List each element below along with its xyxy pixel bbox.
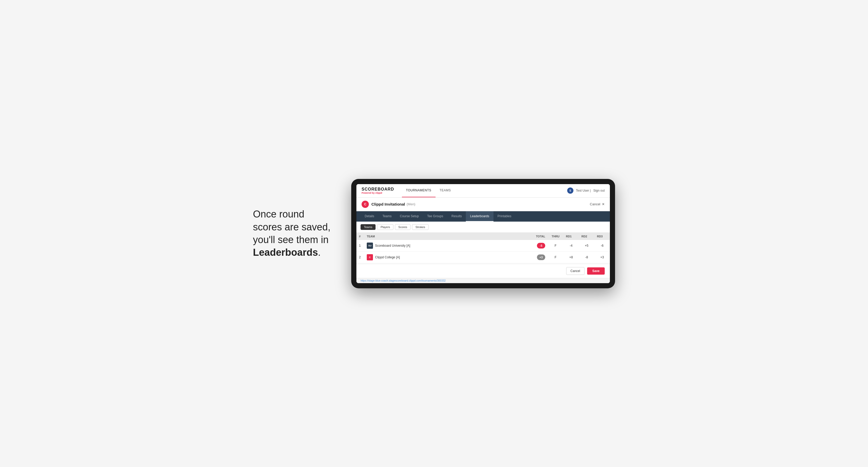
top-navigation: SCOREBOARD Powered by clippd TOURNAMENTS…: [356, 184, 610, 197]
tournament-title: Clippd Invitational: [371, 202, 405, 206]
logo-area: SCOREBOARD Powered by clippd: [362, 187, 394, 194]
row1-rd2: +5: [579, 240, 594, 252]
tablet-screen: SCOREBOARD Powered by clippd TOURNAMENTS…: [356, 184, 610, 283]
nav-right: S Test User | Sign out: [567, 187, 605, 194]
tab-printables[interactable]: Printables: [494, 211, 516, 222]
row2-team: C Clippd College [A]: [364, 251, 527, 263]
tournament-icon: C: [362, 201, 369, 208]
url-bar: https://stage-blue-coach.stagescoreboard…: [356, 278, 610, 283]
bottom-bar: Cancel Save: [356, 264, 610, 278]
leaderboard-content: # TEAM TOTAL THRU RD1 RD2 RD3 1: [356, 233, 610, 264]
filter-bar: Teams Players Scores Strokes: [356, 222, 610, 233]
tab-tee-groups[interactable]: Tee Groups: [423, 211, 447, 222]
col-rd1: RD1: [563, 233, 579, 240]
tournament-subtitle: (Men): [407, 202, 415, 206]
row2-rd1: +8: [563, 251, 579, 263]
save-button[interactable]: Save: [587, 268, 605, 275]
sign-out-link[interactable]: Sign out: [593, 189, 605, 192]
tab-tournaments[interactable]: TOURNAMENTS: [402, 184, 436, 197]
row1-rd3: -6: [594, 240, 610, 252]
row1-thru: F: [548, 240, 563, 252]
cancel-button[interactable]: Cancel: [566, 267, 585, 275]
user-avatar: S: [567, 187, 574, 194]
col-team: TEAM: [364, 233, 527, 240]
tab-results[interactable]: Results: [447, 211, 466, 222]
row1-team: SU Scoreboard University [A]: [364, 240, 527, 252]
col-thru: THRU: [548, 233, 563, 240]
row2-total: +3: [527, 251, 548, 263]
nav-tabs: TOURNAMENTS TEAMS: [402, 184, 455, 197]
cancel-header-button[interactable]: Cancel ✕: [590, 202, 605, 206]
row2-rd2: -8: [579, 251, 594, 263]
team-cell: SU Scoreboard University [A]: [367, 243, 525, 249]
leaderboard-table: # TEAM TOTAL THRU RD1 RD2 RD3 1: [356, 233, 610, 263]
logo-text: SCOREBOARD: [362, 187, 394, 192]
tournament-header: C Clippd Invitational (Men) Cancel ✕: [356, 197, 610, 211]
team-cell: C Clippd College [A]: [367, 254, 525, 260]
table-row: 1 SU Scoreboard University [A] -5 F: [356, 240, 610, 252]
row2-rank: 2: [356, 251, 364, 263]
tab-teams[interactable]: TEAMS: [436, 184, 455, 197]
sidebar-bold: Leaderboards: [253, 247, 318, 258]
team-logo-clippd: C: [367, 254, 373, 260]
row1-rank: 1: [356, 240, 364, 252]
filter-players-button[interactable]: Players: [377, 224, 393, 230]
table-header-row: # TEAM TOTAL THRU RD1 RD2 RD3: [356, 233, 610, 240]
row1-rd1: -4: [563, 240, 579, 252]
filter-scores-button[interactable]: Scores: [395, 224, 410, 230]
tab-leaderboards[interactable]: Leaderboards: [466, 211, 493, 222]
team-logo-su: SU: [367, 243, 373, 249]
sidebar-description: Once round scores are saved, you'll see …: [253, 208, 336, 259]
cancel-header-label: Cancel: [590, 202, 600, 206]
table-row: 2 C Clippd College [A] +3 F: [356, 251, 610, 263]
score-badge-row1: -5: [537, 243, 545, 249]
filter-strokes-button[interactable]: Strokes: [412, 224, 428, 230]
tab-course-setup[interactable]: Course Setup: [396, 211, 423, 222]
logo-powered: Powered by clippd: [362, 192, 394, 194]
col-rd2: RD2: [579, 233, 594, 240]
team-name-su: Scoreboard University [A]: [375, 244, 410, 247]
row2-rd3: +3: [594, 251, 610, 263]
tab-teams[interactable]: Teams: [378, 211, 396, 222]
user-name: Test User |: [576, 189, 591, 192]
col-rd3: RD3: [594, 233, 610, 240]
score-badge-row2: +3: [537, 254, 545, 260]
col-total: TOTAL: [527, 233, 548, 240]
team-name-clippd: Clippd College [A]: [375, 255, 400, 259]
brand-name: clippd: [375, 192, 382, 194]
col-rank: #: [356, 233, 364, 240]
url-text: https://stage-blue-coach.stagescoreboard…: [361, 279, 446, 282]
tablet-frame: SCOREBOARD Powered by clippd TOURNAMENTS…: [351, 179, 615, 288]
powered-by-label: Powered by: [362, 192, 375, 194]
filter-teams-button[interactable]: Teams: [361, 224, 376, 230]
row1-total: -5: [527, 240, 548, 252]
sub-navigation: Details Teams Course Setup Tee Groups Re…: [356, 211, 610, 222]
row2-thru: F: [548, 251, 563, 263]
close-icon: ✕: [602, 202, 605, 206]
tab-details[interactable]: Details: [361, 211, 378, 222]
